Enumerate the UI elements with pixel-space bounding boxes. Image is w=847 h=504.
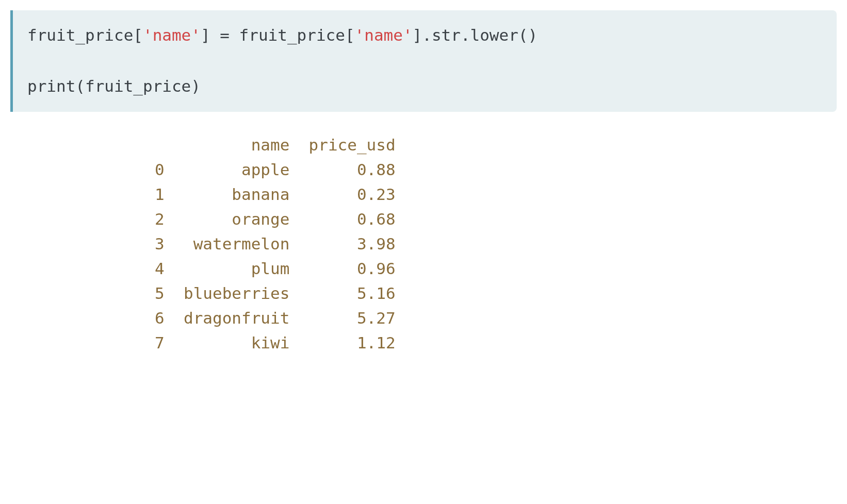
string-literal: 'name' (355, 26, 413, 44)
output-row: 3 watermelon 3.98 (155, 234, 396, 253)
output-row: 1 banana 0.23 (155, 185, 396, 204)
code-block: fruit_price['name'] = fruit_price['name'… (10, 10, 837, 112)
code-line-1: fruit_price['name'] = fruit_price['name'… (27, 26, 537, 44)
output-row: 2 orange 0.68 (155, 210, 396, 228)
output-header: name price_usd (155, 136, 396, 154)
output-row: 7 kiwi 1.12 (155, 333, 396, 352)
output-row: 6 dragonfruit 5.27 (155, 309, 396, 327)
output-block: name price_usd 0 apple 0.88 1 banana 0.2… (10, 132, 837, 355)
code-line-2: print(fruit_price) (27, 77, 201, 95)
output-row: 0 apple 0.88 (155, 160, 396, 179)
string-literal: 'name' (143, 26, 201, 44)
output-row: 4 plum 0.96 (155, 259, 396, 278)
output-row: 5 blueberries 5.16 (155, 284, 396, 303)
